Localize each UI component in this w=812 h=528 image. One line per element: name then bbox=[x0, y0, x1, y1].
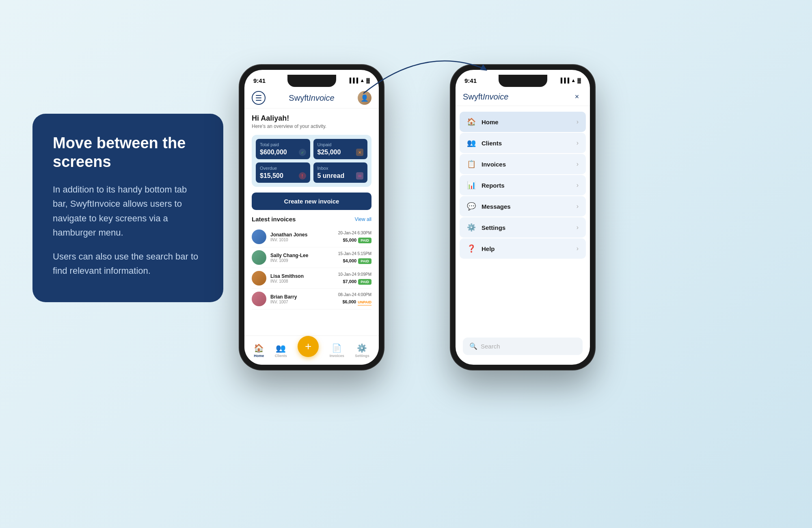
invoice-date-3: 10-Jan-24 9:09PM bbox=[338, 272, 371, 277]
invoices-menu-label: Invoices bbox=[482, 161, 577, 168]
create-invoice-button[interactable]: Create new invoice bbox=[252, 193, 371, 210]
search-placeholder-text: Search bbox=[481, 343, 500, 350]
search-icon: 🔍 bbox=[469, 342, 477, 350]
check-icon: ✓ bbox=[299, 149, 306, 156]
phones-area: 9:41 ▐▐▐ ▲ ▓ SwyftInvoice 👤 bbox=[227, 24, 788, 504]
invoice-item-1[interactable]: Jonathan Jones INV. 1010 20-Jan-24 6:30P… bbox=[252, 227, 371, 247]
menu-item-invoices[interactable]: 📋 Invoices › bbox=[460, 154, 586, 174]
invoice-avatar-3 bbox=[252, 271, 266, 286]
tab-settings[interactable]: ⚙️ Settings bbox=[355, 343, 369, 358]
invoice-item-3[interactable]: Lisa Smithson INV. 1008 10-Jan-24 9:09PM… bbox=[252, 268, 371, 289]
hamburger-line-2 bbox=[256, 97, 261, 98]
close-menu-button[interactable]: × bbox=[571, 91, 583, 102]
search-bar[interactable]: 🔍 Search bbox=[463, 338, 583, 355]
tab-home[interactable]: 🏠 Home bbox=[254, 343, 264, 358]
stat-total-paid-row: $600,000 ✓ bbox=[260, 149, 306, 156]
menu-battery-icon: ▓ bbox=[577, 78, 581, 83]
invoices-menu-chevron: › bbox=[577, 160, 579, 168]
invoice-amount-3: $7,000 bbox=[343, 279, 357, 284]
reports-menu-icon: 📊 bbox=[467, 181, 476, 190]
invoice-date-1: 20-Jan-24 6:30PM bbox=[338, 231, 371, 235]
invoice-date-4: 08-Jan-24 4:00PM bbox=[338, 292, 371, 297]
invoice-right-1: 20-Jan-24 6:30PM $5,000PAID bbox=[338, 231, 371, 243]
invoice-right-3: 10-Jan-24 9:09PM $7,000PAID bbox=[338, 272, 371, 285]
invoice-amount-4: $6,000 bbox=[343, 299, 356, 304]
menu-item-home[interactable]: 🏠 Home › bbox=[460, 112, 586, 132]
invoice-num-3: INV. 1008 bbox=[270, 279, 334, 283]
reports-menu-chevron: › bbox=[577, 182, 579, 189]
invoice-name-3: Lisa Smithson bbox=[270, 273, 334, 279]
stat-inbox-row: 5 unread ✉ bbox=[317, 172, 364, 180]
messages-menu-chevron: › bbox=[577, 203, 579, 210]
x-icon: ✕ bbox=[356, 149, 363, 156]
stat-unpaid-label: Unpaid bbox=[317, 142, 364, 147]
bottom-tab-bar: 🏠 Home 👥 Clients + 📄 Invoices ⚙️ Setting… bbox=[244, 335, 379, 365]
stat-overdue-value: $15,500 bbox=[260, 172, 283, 180]
phone-menu-screen: 9:41 ▐▐▐ ▲ ▓ SwyftInvoice × 🏠 Home bbox=[456, 70, 590, 365]
help-menu-label: Help bbox=[482, 245, 577, 252]
stat-unpaid[interactable]: Unpaid $25,000 ✕ bbox=[313, 139, 368, 159]
menu-item-settings[interactable]: ⚙️ Settings › bbox=[460, 217, 586, 238]
home-menu-label: Home bbox=[482, 119, 577, 126]
phone-menu: 9:41 ▐▐▐ ▲ ▓ SwyftInvoice × 🏠 Home bbox=[451, 65, 595, 370]
invoice-info-1: Jonathan Jones INV. 1010 bbox=[270, 232, 334, 242]
app-content-main: Hi Aaliyah! Here's an overview of your a… bbox=[244, 108, 379, 315]
invoice-item-4[interactable]: Brian Barry INV. 1007 08-Jan-24 4:00PM $… bbox=[252, 289, 371, 309]
view-all-link[interactable]: View all bbox=[355, 216, 371, 222]
stat-overdue-label: Overdue bbox=[260, 166, 306, 171]
invoices-menu-icon: 📋 bbox=[467, 160, 476, 169]
menu-item-clients[interactable]: 👥 Clients › bbox=[460, 133, 586, 153]
panel-paragraph-2: Users can also use the search bar to fin… bbox=[53, 249, 203, 278]
tab-invoices[interactable]: 📄 Invoices bbox=[330, 343, 344, 358]
settings-tab-label: Settings bbox=[355, 354, 369, 358]
hamburger-line-1 bbox=[256, 95, 261, 96]
clients-menu-icon: 👥 bbox=[467, 138, 476, 147]
invoice-avatar-2 bbox=[252, 250, 266, 265]
clients-menu-label: Clients bbox=[482, 140, 577, 147]
stat-total-paid-value: $600,000 bbox=[260, 149, 287, 156]
stat-overdue-row: $15,500 ! bbox=[260, 172, 306, 180]
status-time: 9:41 bbox=[253, 77, 266, 84]
invoice-amount-1: $5,000 bbox=[343, 238, 357, 242]
invoice-name-4: Brian Barry bbox=[270, 294, 334, 300]
menu-item-reports[interactable]: 📊 Reports › bbox=[460, 175, 586, 195]
hamburger-button[interactable] bbox=[252, 91, 266, 105]
menu-item-messages[interactable]: 💬 Messages › bbox=[460, 196, 586, 216]
settings-menu-icon: ⚙️ bbox=[467, 223, 476, 232]
invoice-num-2: INV. 1009 bbox=[270, 258, 334, 263]
tab-clients[interactable]: 👥 Clients bbox=[275, 343, 287, 358]
reports-menu-label: Reports bbox=[482, 182, 577, 189]
invoice-status-1: PAID bbox=[358, 238, 371, 243]
invoice-status-2: PAID bbox=[358, 258, 371, 264]
stat-overdue[interactable]: Overdue $15,500 ! bbox=[256, 162, 310, 183]
stat-unpaid-row: $25,000 ✕ bbox=[317, 149, 364, 156]
menu-status-icons: ▐▐▐ ▲ ▓ bbox=[559, 78, 581, 83]
invoice-status-3: PAID bbox=[358, 279, 371, 285]
home-tab-icon: 🏠 bbox=[254, 343, 264, 353]
menu-item-help[interactable]: ❓ Help › bbox=[460, 238, 586, 259]
help-menu-chevron: › bbox=[577, 245, 579, 252]
settings-tab-icon: ⚙️ bbox=[357, 343, 367, 353]
app-logo-main: SwyftInvoice bbox=[289, 93, 334, 103]
menu-wifi-icon: ▲ bbox=[571, 78, 576, 83]
help-menu-icon: ❓ bbox=[467, 244, 476, 253]
connecting-arrow bbox=[331, 41, 518, 102]
stat-total-paid[interactable]: Total paid $600,000 ✓ bbox=[256, 139, 310, 159]
invoice-info-2: Sally Chang-Lee INV. 1009 bbox=[270, 253, 334, 263]
phone-menu-notch bbox=[499, 75, 547, 87]
mail-icon: ✉ bbox=[356, 172, 363, 180]
clients-tab-icon: 👥 bbox=[276, 343, 286, 353]
invoice-item-2[interactable]: Sally Chang-Lee INV. 1009 15-Jan-24 5:15… bbox=[252, 247, 371, 268]
invoices-tab-icon: 📄 bbox=[332, 343, 342, 353]
invoice-right-4: 08-Jan-24 4:00PM $6,000UNPAID bbox=[338, 292, 371, 305]
fab-add-button[interactable]: + bbox=[298, 336, 319, 357]
hamburger-line-3 bbox=[256, 100, 261, 101]
invoices-tab-label: Invoices bbox=[330, 354, 344, 358]
invoice-info-4: Brian Barry INV. 1007 bbox=[270, 294, 334, 304]
messages-menu-icon: 💬 bbox=[467, 202, 476, 211]
invoice-name-2: Sally Chang-Lee bbox=[270, 253, 334, 258]
clients-tab-label: Clients bbox=[275, 354, 287, 358]
invoice-date-2: 15-Jan-24 5:15PM bbox=[338, 251, 371, 256]
stats-grid: Total paid $600,000 ✓ Unpaid $25,000 ✕ bbox=[252, 135, 371, 187]
stat-inbox[interactable]: Inbox 5 unread ✉ bbox=[313, 162, 368, 183]
